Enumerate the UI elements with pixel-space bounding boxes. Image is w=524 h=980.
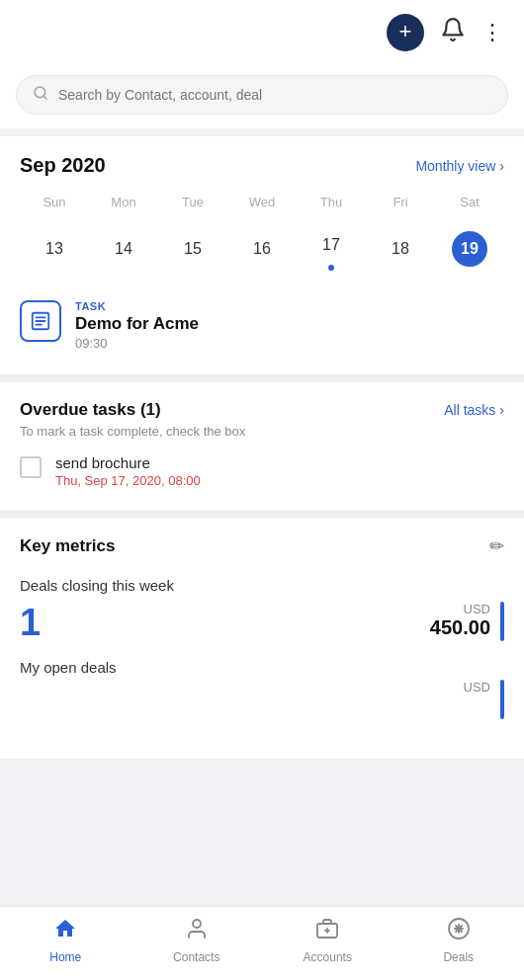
day-tue: Tue bbox=[158, 191, 227, 213]
header: + ⋮ bbox=[0, 0, 524, 65]
add-icon: + bbox=[399, 21, 412, 42]
overdue-subtitle: To mark a task complete, check the box bbox=[20, 424, 504, 439]
svg-line-1 bbox=[44, 96, 46, 99]
task-item-details: send brochure Thu, Sep 17, 2020, 08:00 bbox=[55, 454, 201, 488]
task-time: 09:30 bbox=[75, 336, 199, 351]
open-deals-amount-wrap: USD bbox=[464, 680, 504, 719]
open-deals-amount-details: USD bbox=[464, 680, 490, 719]
nav-accounts-label: Accounts bbox=[304, 950, 352, 964]
monthly-view-button[interactable]: Monthly view › bbox=[415, 158, 504, 174]
monthly-view-label: Monthly view bbox=[415, 158, 495, 174]
accounts-icon bbox=[315, 917, 339, 946]
metric-amount-wrap: USD 450.00 bbox=[430, 602, 504, 641]
metric-amount: 450.00 bbox=[430, 616, 490, 639]
bottom-nav: Home Contacts Accounts bbox=[0, 906, 524, 980]
edit-icon[interactable]: ✏ bbox=[489, 535, 504, 557]
task-details: TASK Demo for Acme 09:30 bbox=[75, 300, 199, 351]
day-fri: Fri bbox=[366, 191, 435, 213]
home-icon bbox=[53, 917, 77, 946]
calendar-title: Sep 2020 bbox=[20, 154, 106, 177]
add-button[interactable]: + bbox=[387, 14, 424, 51]
day-mon: Mon bbox=[89, 191, 158, 213]
task-icon bbox=[20, 300, 61, 342]
nav-contacts[interactable]: Contacts bbox=[131, 917, 263, 964]
task-name: Demo for Acme bbox=[75, 314, 199, 334]
metric-amount-details: USD 450.00 bbox=[430, 602, 490, 641]
overdue-section: Overdue tasks (1) All tasks › To mark a … bbox=[0, 382, 524, 510]
calendar-days-header: Sun Mon Tue Wed Thu Fri Sat bbox=[20, 191, 504, 213]
task-checkbox[interactable] bbox=[20, 456, 42, 478]
overdue-title: Overdue tasks (1) bbox=[20, 400, 161, 420]
date-16[interactable]: 16 bbox=[227, 219, 297, 279]
date-14[interactable]: 14 bbox=[89, 219, 158, 279]
all-tasks-label: All tasks bbox=[444, 402, 495, 418]
search-bar bbox=[0, 65, 524, 128]
chevron-right-icon: › bbox=[499, 158, 504, 174]
search-icon bbox=[33, 85, 48, 105]
metrics-section: Key metrics ✏ Deals closing this week 1 … bbox=[0, 518, 524, 759]
overdue-task-item: send brochure Thu, Sep 17, 2020, 08:00 bbox=[20, 454, 504, 488]
nav-home[interactable]: Home bbox=[0, 917, 131, 964]
task-label: TASK bbox=[75, 300, 199, 312]
event-dot bbox=[328, 265, 334, 271]
deals-icon bbox=[447, 917, 471, 946]
nav-deals-label: Deals bbox=[443, 950, 474, 964]
date-18[interactable]: 18 bbox=[366, 219, 435, 279]
day-sun: Sun bbox=[20, 191, 89, 213]
nav-contacts-label: Contacts bbox=[173, 950, 219, 964]
date-15[interactable]: 15 bbox=[158, 219, 227, 279]
deals-closing-metric: Deals closing this week 1 USD 450.00 bbox=[20, 577, 504, 641]
day-sat: Sat bbox=[435, 191, 504, 213]
metric-currency: USD bbox=[430, 602, 490, 616]
contacts-icon bbox=[185, 917, 209, 946]
day-wed: Wed bbox=[227, 191, 297, 213]
open-deals-currency: USD bbox=[464, 680, 490, 694]
date-13[interactable]: 13 bbox=[20, 219, 89, 279]
task-item-name: send brochure bbox=[55, 454, 201, 471]
nav-accounts[interactable]: Accounts bbox=[262, 917, 393, 964]
open-deals-bar bbox=[500, 680, 504, 719]
nav-home-label: Home bbox=[49, 950, 81, 964]
svg-point-6 bbox=[193, 920, 201, 928]
calendar-dates: 13 14 15 16 17 18 19 bbox=[20, 219, 504, 279]
nav-deals[interactable]: Deals bbox=[393, 917, 525, 964]
date-19-today[interactable]: 19 bbox=[435, 219, 504, 279]
day-thu: Thu bbox=[297, 191, 366, 213]
metrics-title: Key metrics bbox=[20, 536, 115, 556]
date-17[interactable]: 17 bbox=[297, 219, 366, 279]
open-deals-label: My open deals bbox=[20, 659, 504, 676]
deals-closing-label: Deals closing this week bbox=[20, 577, 504, 594]
open-deals-metric: My open deals USD bbox=[20, 659, 504, 719]
search-input[interactable] bbox=[58, 87, 491, 103]
calendar-section: Sep 2020 Monthly view › Sun Mon Tue Wed … bbox=[0, 136, 524, 374]
all-tasks-button[interactable]: All tasks › bbox=[444, 402, 504, 418]
more-options-icon[interactable]: ⋮ bbox=[481, 20, 504, 45]
task-item-due: Thu, Sep 17, 2020, 08:00 bbox=[55, 473, 201, 488]
chevron-right-icon: › bbox=[499, 402, 504, 418]
task-event[interactable]: TASK Demo for Acme 09:30 bbox=[20, 296, 504, 355]
metric-bar bbox=[500, 602, 504, 641]
notification-bell-icon[interactable] bbox=[440, 17, 466, 48]
deals-count: 1 bbox=[20, 604, 41, 641]
